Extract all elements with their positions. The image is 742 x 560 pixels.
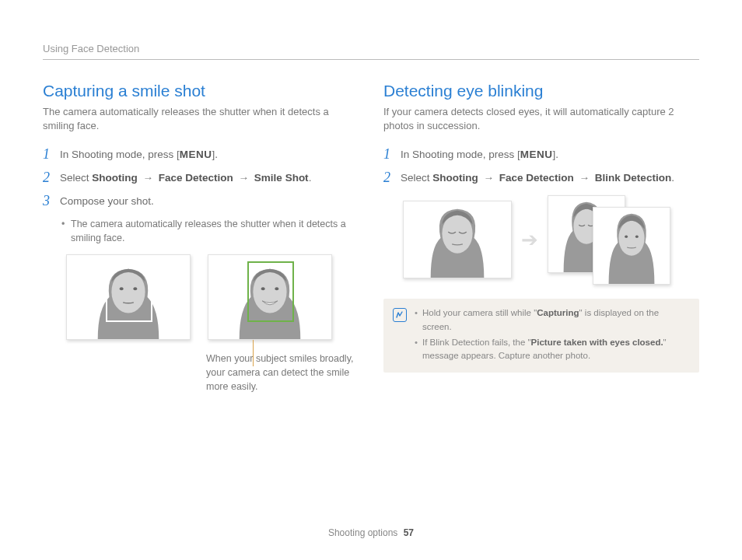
step-text: Select Shooting → Face Detection → Blink… bbox=[401, 170, 699, 186]
intro-blink: If your camera detects closed eyes, it w… bbox=[383, 105, 699, 133]
text: Select bbox=[401, 172, 432, 184]
step-number: 3 bbox=[43, 194, 60, 209]
note-item: If Blink Detection fails, the "Picture t… bbox=[415, 336, 690, 364]
step-number: 2 bbox=[383, 170, 401, 186]
step-1: 1 In Shooting mode, press [MENU]. bbox=[383, 147, 699, 163]
steps-blink: 1 In Shooting mode, press [MENU]. 2 Sele… bbox=[383, 147, 699, 186]
breadcrumb: Using Face Detection bbox=[43, 43, 699, 60]
thumb-eyes-closed bbox=[403, 201, 512, 278]
footer-section: Shooting options bbox=[328, 527, 397, 538]
step-text: In Shooting mode, press [MENU]. bbox=[401, 147, 699, 163]
note-list: Hold your camera still while "Capturing"… bbox=[415, 306, 690, 365]
thumb-neutral bbox=[66, 254, 191, 340]
arrow-icon: → bbox=[239, 172, 250, 184]
note-icon bbox=[393, 308, 407, 322]
footer: Shooting options 57 bbox=[0, 527, 742, 538]
text: In Shooting mode, press [ bbox=[401, 149, 520, 160]
text: ]. bbox=[553, 149, 559, 160]
thumbnails-blink: ➔ bbox=[383, 195, 699, 285]
note-item: Hold your camera still while "Capturing"… bbox=[415, 306, 690, 334]
right-column: Detecting eye blinking If your camera de… bbox=[383, 82, 699, 394]
thumb-result-2 bbox=[593, 207, 670, 285]
sequence-arrow-icon: ➔ bbox=[521, 228, 538, 252]
path-part: Shooting bbox=[92, 172, 137, 184]
face-detect-box-active bbox=[247, 261, 294, 322]
step-3: 3 Compose your shot. bbox=[43, 194, 359, 209]
thumb-stack bbox=[548, 195, 680, 285]
text: In Shooting mode, press [ bbox=[60, 149, 180, 160]
svg-point-14 bbox=[625, 236, 628, 238]
menu-label: MENU bbox=[180, 149, 212, 160]
step-text: In Shooting mode, press [MENU]. bbox=[60, 147, 359, 163]
svg-point-15 bbox=[635, 236, 639, 238]
path-part: Face Detection bbox=[499, 172, 574, 184]
thumbnails-smile: When your subject smiles broadly, your c… bbox=[43, 254, 359, 394]
page-number: 57 bbox=[404, 527, 414, 538]
text-bold: Picture taken with eyes closed. bbox=[531, 338, 663, 347]
face-illustration bbox=[404, 201, 511, 278]
step-number: 1 bbox=[383, 147, 401, 163]
arrow-icon: → bbox=[579, 172, 590, 184]
step-2: 2 Select Shooting → Face Detection → Smi… bbox=[43, 170, 359, 186]
path-part: Smile Shot bbox=[254, 172, 309, 184]
callout-line bbox=[253, 340, 254, 366]
text-bold: Capturing bbox=[537, 308, 579, 317]
arrow-icon: → bbox=[143, 172, 154, 184]
step-number: 1 bbox=[43, 147, 60, 163]
text: Select bbox=[60, 172, 92, 184]
step-text: Compose your shot. bbox=[60, 194, 359, 209]
thumb-smiling bbox=[208, 254, 332, 340]
section-title-blink: Detecting eye blinking bbox=[383, 82, 699, 100]
text: Hold your camera still while " bbox=[422, 308, 537, 317]
text: If Blink Detection fails, the " bbox=[422, 338, 531, 347]
step-number: 2 bbox=[43, 170, 60, 186]
steps-smile: 1 In Shooting mode, press [MENU]. 2 Sele… bbox=[43, 147, 359, 208]
path-part: Blink Detection bbox=[595, 172, 671, 184]
step-text: Select Shooting → Face Detection → Smile… bbox=[60, 170, 359, 186]
path-part: Face Detection bbox=[159, 172, 233, 184]
face-illustration bbox=[593, 208, 670, 284]
content-columns: Capturing a smile shot The camera automa… bbox=[43, 82, 699, 394]
arrow-icon: → bbox=[484, 172, 495, 184]
step-2: 2 Select Shooting → Face Detection → Bli… bbox=[383, 170, 699, 186]
step-1: 1 In Shooting mode, press [MENU]. bbox=[43, 147, 359, 163]
intro-smile: The camera automatically releases the sh… bbox=[43, 105, 359, 133]
caption-smile: When your subject smiles broadly, your c… bbox=[206, 352, 362, 394]
text: ]. bbox=[212, 149, 219, 160]
note-box: Hold your camera still while "Capturing"… bbox=[383, 299, 699, 373]
svg-point-13 bbox=[618, 221, 644, 256]
path-part: Shooting bbox=[432, 172, 478, 184]
menu-label: MENU bbox=[520, 149, 553, 160]
section-title-smile: Capturing a smile shot bbox=[43, 82, 359, 100]
sub-bullet: The camera automatically releases the sh… bbox=[60, 217, 359, 245]
face-detect-box bbox=[106, 261, 152, 322]
left-column: Capturing a smile shot The camera automa… bbox=[43, 82, 359, 394]
